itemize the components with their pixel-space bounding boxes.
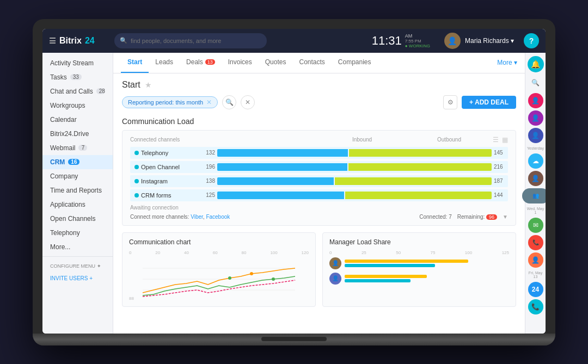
avatar: 👤 [444, 33, 461, 49]
sidebar-item-crm[interactable]: CRM 16 [42, 155, 113, 169]
content-area: Start Leads Deals 13 Invoices Quotes [113, 53, 525, 334]
manager-bars-2 [345, 275, 509, 282]
notif-green-action-button[interactable]: ✉ [528, 218, 543, 233]
search-input[interactable] [131, 38, 261, 44]
y-axis-label: 88 [129, 296, 134, 301]
tab-quotes[interactable]: Quotes [259, 53, 293, 73]
sidebar-item-tasks[interactable]: Tasks 33 [42, 70, 113, 84]
notif-date-wed: Wed, May 1 [525, 206, 546, 215]
main-layout: Activity Stream Tasks 33 Chat and Calls … [42, 53, 546, 334]
tab-companies[interactable]: Companies [332, 53, 378, 73]
sidebar-item-webmail[interactable]: Webmail 7 [42, 141, 113, 155]
user-area[interactable]: 👤 Maria Richards ▾ [444, 33, 514, 49]
tab-leads[interactable]: Leads [149, 53, 180, 73]
inbound-val-crmforms: 125 [201, 192, 217, 198]
sidebar-item-chat[interactable]: Chat and Calls 28 [42, 84, 113, 98]
filter-search-button[interactable]: 🔍 [222, 95, 236, 109]
tab-label: Leads [155, 58, 173, 66]
connect-facebook-link[interactable]: Facebook [206, 214, 230, 220]
sidebar-item-open-channels[interactable]: Open Channels [42, 212, 113, 226]
sidebar-item-drive[interactable]: Bitrix24.Drive [42, 127, 113, 141]
row-label-telephony: Telephony [130, 150, 201, 156]
page-title-row: Start ★ [122, 80, 516, 90]
help-button[interactable]: ? [524, 33, 539, 48]
label-text: Instagram [141, 178, 168, 184]
comm-chart-icon[interactable]: ▦ [502, 136, 508, 144]
notif-bell-button[interactable]: 🔔 [528, 56, 544, 72]
svg-point-5 [272, 277, 275, 281]
tab-start[interactable]: Start [121, 53, 149, 73]
comm-row-openchannel: Open Channel 196 216 [130, 161, 508, 173]
notif-avatar-4[interactable]: 👤 [528, 171, 543, 186]
tab-contacts[interactable]: Contacts [292, 53, 331, 73]
sidebar-item-workgroups[interactable]: Workgroups [42, 98, 113, 113]
clock-detail: 7:55 PM [405, 39, 421, 44]
sidebar-item-more[interactable]: More... [42, 240, 113, 254]
bar-outbound-telephony [349, 149, 492, 157]
sidebar-configure[interactable]: CONFIGURE MENU ✦ [42, 259, 113, 273]
comm-row-telephony: Telephony 132 145 [130, 147, 508, 159]
screen: ☰ Bitrix 24 🔍 11:31 AM 7:55 PM ● WORKING… [42, 29, 546, 334]
tasks-badge: 33 [70, 74, 82, 80]
outbound-val-telephony: 145 [492, 150, 508, 156]
filter-settings-button[interactable]: ⚙ [443, 95, 457, 109]
sidebar-item-label: Activity Stream [50, 59, 94, 67]
bars-telephony [217, 149, 492, 157]
notif-red-action-button[interactable]: 📞 [528, 235, 543, 250]
tab-label: Deals [186, 58, 203, 66]
add-deal-button[interactable]: + ADD DEAL [462, 96, 516, 109]
notif-blue-badge-button[interactable]: 24 [528, 282, 543, 297]
notif-avatar-1[interactable]: 👤 [528, 93, 543, 108]
star-icon[interactable]: ★ [145, 81, 152, 89]
notif-avatar-6[interactable]: 👤 [528, 252, 543, 268]
notif-search-button[interactable]: 🔍 [528, 75, 544, 91]
notif-cloud-button[interactable]: ☁ [528, 153, 543, 169]
sidebar-item-telephony[interactable]: Telephony [42, 226, 113, 240]
sidebar: Activity Stream Tasks 33 Chat and Calls … [42, 53, 113, 334]
notif-avatar-5[interactable]: 👥 [522, 188, 546, 203]
search-bar[interactable]: 🔍 [114, 33, 267, 48]
inbound-val-openchannel: 196 [201, 164, 217, 170]
clock-area: 11:31 AM 7:55 PM ● WORKING [372, 33, 430, 48]
sidebar-item-calendar[interactable]: Calendar [42, 113, 113, 127]
connect-viber-link[interactable]: Viber [191, 214, 203, 220]
notif-phone-button[interactable]: 📞 [528, 299, 543, 314]
bar-outbound-instagram [335, 177, 492, 185]
sidebar-invite[interactable]: INVITE USERS + [42, 275, 113, 286]
comm-header: Connected channels Inbound Outbound ☰ ▦ [130, 136, 508, 144]
search-icon: 🔍 [120, 37, 127, 44]
filter-chip-close[interactable]: ✕ [206, 98, 212, 106]
sidebar-item-company[interactable]: Company [42, 169, 113, 183]
clock-time: 11:31 [372, 35, 402, 47]
sidebar-item-label: Calendar [50, 116, 77, 124]
tab-deals[interactable]: Deals 13 [180, 53, 222, 73]
filter-chip[interactable]: Reporting period: this month ✕ [122, 96, 218, 108]
tabs-bar: Start Leads Deals 13 Invoices Quotes [113, 53, 525, 73]
expand-button[interactable]: ▼ [503, 214, 508, 220]
dot-openchannel [134, 165, 139, 169]
sidebar-item-label: Bitrix24.Drive [50, 130, 89, 138]
sidebar-item-time-reports[interactable]: Time and Reports [42, 183, 113, 198]
tabs-more-button[interactable]: More ▾ [497, 59, 517, 66]
sidebar-item-applications[interactable]: Applications [42, 198, 113, 212]
notif-avatar-3[interactable]: 👤 [528, 128, 543, 143]
manager-avatar-2: 👤 [329, 273, 341, 285]
tab-invoices[interactable]: Invoices [222, 53, 259, 73]
sidebar-divider [42, 256, 113, 257]
menu-icon[interactable]: ☰ [49, 36, 56, 45]
outbound-val-instagram: 187 [492, 178, 508, 184]
svg-point-4 [250, 272, 253, 275]
outbound-val-openchannel: 216 [492, 164, 508, 170]
notif-date-fri: Fri, May 13 [525, 270, 546, 280]
comm-list-icon[interactable]: ☰ [493, 136, 499, 144]
notif-avatar-2[interactable]: 👤 [528, 110, 543, 126]
svg-point-3 [228, 276, 231, 280]
filter-close-button[interactable]: ✕ [241, 95, 255, 109]
invite-link[interactable]: INVITE USERS + [50, 275, 105, 281]
tab-label: Contacts [299, 58, 324, 66]
filter-row: Reporting period: this month ✕ 🔍 ✕ ⚙ + A… [122, 95, 516, 109]
connect-stats: Connected: 7 Remaining: 96 ▼ [419, 214, 508, 220]
line-chart-svg [129, 257, 309, 301]
sidebar-item-label: Chat and Calls [50, 88, 93, 95]
sidebar-item-activity-stream[interactable]: Activity Stream [42, 56, 113, 70]
